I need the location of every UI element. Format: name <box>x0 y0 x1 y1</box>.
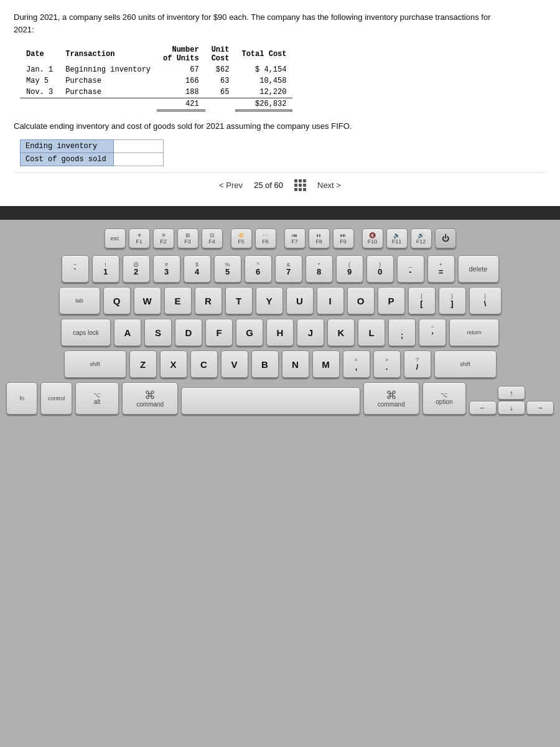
key-right-bracket[interactable]: } ] <box>439 287 466 314</box>
key-8[interactable]: * 8 <box>306 255 333 283</box>
key-r[interactable]: R <box>195 287 222 314</box>
key-j[interactable]: J <box>297 319 324 346</box>
grid-view-icon[interactable] <box>294 179 306 191</box>
pagination-bar: < Prev 25 of 60 Next > <box>14 172 546 200</box>
key-left-option[interactable]: ⌥ alt <box>75 382 119 415</box>
key-arrow-right[interactable]: → <box>526 401 554 415</box>
key-comma[interactable]: < , <box>343 350 370 378</box>
key-3[interactable]: # 3 <box>153 255 180 283</box>
key-4[interactable]: $ 4 <box>184 255 211 283</box>
key-n[interactable]: N <box>282 350 309 378</box>
key-right-command[interactable]: ⌘ command <box>363 382 419 415</box>
key-f5[interactable]: 🔅 F5 <box>231 228 252 248</box>
arrow-top-row: ↑ <box>469 386 554 400</box>
key-slash[interactable]: ? / <box>404 350 431 378</box>
key-tab[interactable]: tab <box>59 287 100 314</box>
key-backslash[interactable]: | \ <box>469 287 502 314</box>
col-units: Numberof Units <box>157 44 205 64</box>
key-left-bracket[interactable]: { [ <box>408 287 436 314</box>
key-f8[interactable]: ⏯ F8 <box>309 228 330 248</box>
key-1[interactable]: ! 1 <box>92 255 119 283</box>
answer-input-cogs[interactable] <box>114 153 164 166</box>
key-right-shift[interactable]: shift <box>434 350 497 378</box>
table-row: Nov. 3 Purchase 188 65 12,220 <box>20 87 292 98</box>
key-f4[interactable]: ⊟ F4 <box>202 228 223 248</box>
key-a[interactable]: A <box>114 319 141 346</box>
key-equals[interactable]: + = <box>427 255 455 283</box>
key-f3[interactable]: ⊞ F3 <box>177 228 198 248</box>
key-0[interactable]: ) 0 <box>366 255 394 283</box>
key-l[interactable]: L <box>358 319 385 346</box>
key-g[interactable]: G <box>236 319 263 346</box>
key-6[interactable]: ^ 6 <box>245 255 272 283</box>
key-spacebar[interactable] <box>181 387 360 415</box>
key-arrow-down[interactable]: ↓ <box>498 401 525 415</box>
cell-unit-cost: 63 <box>205 75 236 87</box>
key-k[interactable]: K <box>327 319 355 346</box>
key-z[interactable]: Z <box>129 350 157 378</box>
key-y[interactable]: Y <box>256 287 283 314</box>
cell-transaction-total <box>59 98 157 111</box>
key-quote[interactable]: " ' <box>419 319 446 346</box>
document-title: During 2021, a company sells 260 units o… <box>14 11 546 35</box>
key-u[interactable]: U <box>286 287 314 314</box>
col-transaction: Transaction <box>59 44 157 64</box>
key-f7[interactable]: ⏮ F7 <box>284 228 306 248</box>
key-delete[interactable]: delete <box>458 255 499 283</box>
key-f9[interactable]: ⏭ F9 <box>333 228 354 248</box>
key-d[interactable]: D <box>175 319 202 346</box>
cell-date: May 5 <box>20 75 59 87</box>
key-esc[interactable]: esc <box>105 228 126 248</box>
key-b[interactable]: B <box>251 350 279 378</box>
key-f1[interactable]: ☀ F1 <box>129 228 150 248</box>
qwerty-key-row: tab Q W E R T Y U I O P <box>6 287 554 314</box>
key-f10[interactable]: 🔇 F10 <box>362 228 383 248</box>
key-x[interactable]: X <box>160 350 187 378</box>
key-f[interactable]: F <box>205 319 233 346</box>
key-s[interactable]: S <box>144 319 172 346</box>
key-backtick[interactable]: ~ ` <box>62 255 89 283</box>
key-2[interactable]: @ 2 <box>123 255 150 283</box>
key-o[interactable]: O <box>347 287 375 314</box>
key-9[interactable]: ( 9 <box>336 255 363 283</box>
key-arrow-left[interactable]: ← <box>469 401 497 415</box>
cell-total-cost: 12,220 <box>235 87 292 98</box>
key-caps-lock[interactable]: caps lock <box>61 319 111 346</box>
key-arrow-up[interactable]: ↑ <box>498 386 525 400</box>
key-left-shift[interactable]: shift <box>64 350 126 378</box>
key-minus[interactable]: _ - <box>397 255 424 283</box>
key-control[interactable]: control <box>40 382 72 415</box>
key-period[interactable]: > . <box>373 350 401 378</box>
key-w[interactable]: W <box>134 287 161 314</box>
key-5[interactable]: % 5 <box>214 255 241 283</box>
table-row-total: 421 $26,832 <box>20 98 292 111</box>
key-power[interactable]: ⏻ <box>435 228 456 248</box>
key-f6[interactable]: ⋯ F6 <box>255 228 276 248</box>
key-right-option[interactable]: ⌥ option <box>422 382 466 415</box>
key-m[interactable]: M <box>312 350 340 378</box>
key-h[interactable]: H <box>266 319 294 346</box>
document-area: During 2021, a company sells 260 units o… <box>0 0 560 206</box>
key-e[interactable]: E <box>164 287 192 314</box>
key-p[interactable]: P <box>378 287 405 314</box>
key-return[interactable]: return <box>449 319 499 346</box>
cell-date: Jan. 1 <box>20 64 59 75</box>
key-v[interactable]: V <box>221 350 248 378</box>
key-f12[interactable]: 🔊 F12 <box>411 228 432 248</box>
key-c[interactable]: C <box>190 350 218 378</box>
key-left-command[interactable]: ⌘ command <box>122 382 178 415</box>
key-7[interactable]: & 7 <box>275 255 302 283</box>
answer-input-ending[interactable] <box>114 140 164 153</box>
cell-unit-cost-total <box>205 98 236 111</box>
key-t[interactable]: T <box>225 287 253 314</box>
key-q[interactable]: Q <box>103 287 131 314</box>
key-semicolon[interactable]: : ; <box>388 319 416 346</box>
key-f2[interactable]: ☀ F2 <box>153 228 174 248</box>
next-button[interactable]: Next > <box>317 181 341 190</box>
key-fn-modifier[interactable]: fn <box>6 382 37 415</box>
key-i[interactable]: I <box>317 287 344 314</box>
cell-date: Nov. 3 <box>20 87 59 98</box>
cell-unit-cost: $62 <box>205 64 236 75</box>
prev-button[interactable]: < Prev <box>219 181 243 190</box>
key-f11[interactable]: 🔉 F11 <box>386 228 408 248</box>
